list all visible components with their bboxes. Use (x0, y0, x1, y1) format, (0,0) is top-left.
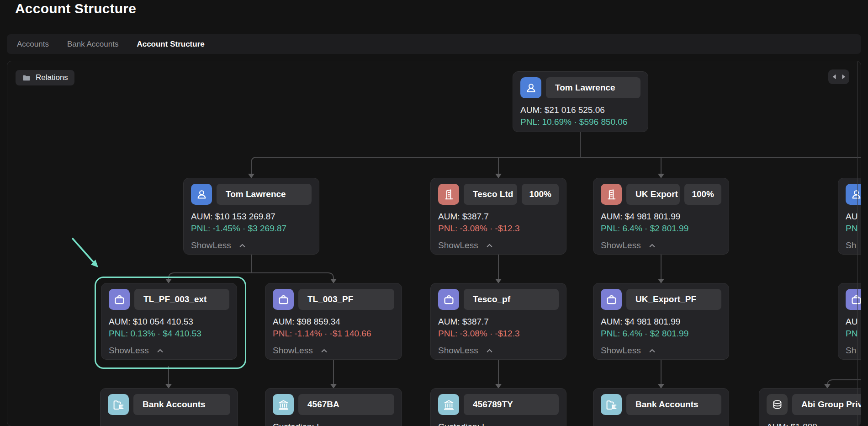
node-aum: AUM: $4 981 801.99 (601, 317, 721, 327)
show-less-label: ShowLess (601, 346, 641, 356)
tab-bar: Accounts Bank Accounts Account Structure (7, 34, 861, 54)
page-title: Account Structure (15, 1, 136, 16)
node-header: TL_PF_003_ext (109, 289, 229, 310)
show-less-label: Sh (846, 240, 856, 250)
tab-account-structure[interactable]: Account Structure (137, 40, 204, 49)
node-pnl: PNL: 10.69% · $596 850.06 (520, 117, 640, 127)
node-aum: AUM: $387.7 (438, 212, 559, 222)
node-name: UK Export … (626, 184, 680, 205)
node-name: Abi Group Privat (792, 394, 861, 415)
show-less-toggle[interactable]: ShowLess (601, 346, 721, 356)
tree-node-uk-export-pf[interactable]: UK_Export_PF AUM: $4 981 801.99 PNL: 6.4… (593, 283, 729, 360)
chevron-up-icon (647, 346, 657, 356)
show-less-label: ShowLess (191, 240, 231, 250)
show-less-toggle[interactable]: ShowLess (109, 346, 229, 356)
person-icon (846, 184, 861, 205)
next-arrow-icon[interactable] (841, 74, 847, 80)
node-header (846, 184, 861, 205)
previous-arrow-icon[interactable] (831, 74, 837, 80)
show-less-toggle[interactable]: ShowLess (438, 346, 559, 356)
tab-accounts[interactable]: Accounts (17, 40, 49, 49)
node-header: Tesco Ltd 100% (438, 184, 559, 205)
node-name: UK_Export_PF (626, 289, 721, 310)
panel-right-divider (857, 61, 858, 426)
tree-node-tom-lawrence[interactable]: Tom Lawrence AUM: $10 153 269.87 PNL: -1… (183, 178, 319, 255)
node-header: UK_Export_PF (601, 289, 721, 310)
node-name: TL_003_PF (298, 289, 394, 310)
show-less-toggle[interactable]: ShowLess (438, 240, 559, 250)
company-building-icon (438, 184, 459, 205)
show-less-toggle[interactable]: Sh (846, 240, 861, 250)
person-icon (191, 184, 212, 205)
node-pnl: PNL: -1.14% · -$1 140.66 (273, 329, 394, 339)
node-header (846, 289, 861, 310)
node-pnl: PNL: 0.13% · $4 410.53 (109, 329, 229, 339)
company-building-icon (601, 184, 622, 205)
bank-folder-icon (108, 394, 129, 415)
tree-node-4567ba[interactable]: 4567BA Custodian: I (265, 388, 402, 426)
tree-node-root-tom-lawrence[interactable]: Tom Lawrence AUM: $21 016 525.06 PNL: 10… (513, 71, 648, 132)
tree-node-abi-group-private[interactable]: Abi Group Privat AUM: $1 000 (759, 388, 861, 426)
briefcase-icon (273, 289, 294, 310)
node-name: 456789TY (464, 394, 559, 415)
briefcase-icon (109, 289, 130, 310)
bank-building-icon (438, 394, 459, 415)
node-pnl: PN (846, 329, 861, 339)
briefcase-icon (601, 289, 622, 310)
relations-tree-panel: Relations Tom Lawrence AUM: $21 016 525.… (7, 61, 861, 426)
node-name: Tom Lawrence (546, 77, 640, 98)
show-less-label: ShowLess (601, 240, 641, 250)
node-name: Tesco Ltd (464, 184, 517, 205)
account-structure-page: Account Structure Accounts Bank Accounts… (0, 0, 868, 426)
node-header: Tom Lawrence (191, 184, 312, 205)
pager-control (828, 69, 849, 84)
node-header: Tesco_pf (438, 289, 559, 310)
node-aum: AUM: $10 153 269.87 (191, 212, 312, 222)
show-less-label: ShowLess (438, 346, 478, 356)
chevron-up-icon (238, 241, 247, 250)
node-aum: AUM: $98 859.34 (273, 317, 394, 327)
briefcase-icon (438, 289, 459, 310)
node-pnl: PN (846, 224, 861, 234)
node-aum: AUM: $10 054 410.53 (109, 317, 229, 327)
tab-bank-accounts[interactable]: Bank Accounts (67, 40, 118, 49)
node-name: Bank Accounts (626, 394, 721, 415)
chevron-up-icon (485, 241, 494, 250)
show-less-label: Sh (846, 346, 856, 356)
tree-node-tesco-ltd[interactable]: Tesco Ltd 100% AUM: $387.7 PNL: -3.08% ·… (430, 178, 566, 255)
node-aum: AUM: $387.7 (438, 317, 559, 327)
node-aum: AU (846, 212, 861, 222)
tree-node-456789ty[interactable]: 456789TY Custodian: I (430, 388, 566, 426)
show-less-toggle[interactable]: ShowLess (191, 240, 312, 250)
relations-button-label: Relations (36, 73, 68, 82)
tree-node-uk-export[interactable]: UK Export … 100% AUM: $4 981 801.99 PNL:… (593, 178, 729, 255)
tree-node-tesco-pf[interactable]: Tesco_pf AUM: $387.7 PNL: -3.08% · -$12.… (430, 283, 566, 360)
node-pnl: PNL: -3.08% · -$12.3 (438, 224, 559, 234)
node-name: 4567BA (298, 394, 394, 415)
show-less-toggle[interactable]: ShowLess (273, 346, 394, 356)
node-name: Tesco_pf (464, 289, 559, 310)
node-name: TL_PF_003_ext (134, 289, 229, 310)
show-less-toggle[interactable]: Sh (846, 346, 861, 356)
coins-icon (767, 394, 788, 415)
node-header: Bank Accounts (108, 394, 230, 415)
node-custodian: Custodian: I (273, 422, 394, 426)
node-pnl: PNL: -3.08% · -$12.3 (438, 329, 559, 339)
tree-node-tl-003-pf[interactable]: TL_003_PF AUM: $98 859.34 PNL: -1.14% · … (265, 283, 402, 360)
tree-node-bank-accounts-2[interactable]: Bank Accounts (593, 388, 729, 426)
node-header: TL_003_PF (273, 289, 394, 310)
tree-node-bank-accounts-1[interactable]: Bank Accounts (100, 388, 238, 426)
node-header: 456789TY (438, 394, 559, 415)
relations-button[interactable]: Relations (16, 70, 74, 85)
show-less-toggle[interactable]: ShowLess (601, 240, 721, 250)
chevron-up-icon (319, 346, 329, 356)
annotation-arrow (73, 239, 98, 267)
ownership-percent-badge: 100% (684, 184, 721, 205)
bank-building-icon (273, 394, 294, 415)
person-icon (520, 77, 541, 98)
node-header: Tom Lawrence (520, 77, 640, 98)
tree-node-tl-pf-003-ext[interactable]: TL_PF_003_ext AUM: $10 054 410.53 PNL: 0… (101, 283, 237, 360)
show-less-label: ShowLess (438, 240, 478, 250)
node-pnl: PNL: 6.4% · $2 801.99 (601, 329, 721, 339)
node-header: UK Export … 100% (601, 184, 721, 205)
